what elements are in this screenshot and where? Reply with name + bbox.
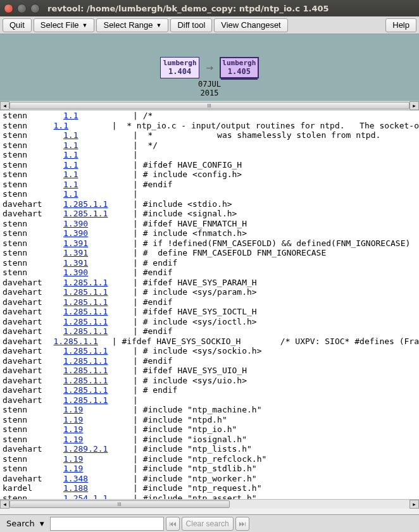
- revision-link[interactable]: 1.285.1.1: [63, 385, 108, 395]
- revision-link[interactable]: 1.1: [63, 140, 78, 150]
- revision-link[interactable]: 1.188: [63, 483, 88, 493]
- revision-link[interactable]: 1.285.1.1: [63, 307, 108, 316]
- revision-link[interactable]: 1.1: [63, 160, 78, 170]
- revision-link[interactable]: 1.1: [54, 121, 68, 130]
- line-revision: 1.391: [63, 238, 133, 249]
- revision-link[interactable]: 1.1: [63, 130, 78, 140]
- graph-horizontal-scrollbar[interactable]: ◂ ▸: [0, 101, 419, 110]
- revision-link[interactable]: 1.391: [63, 258, 88, 268]
- line-source: #include "ntp_machine.h": [143, 405, 262, 415]
- revision-link[interactable]: 1.285.1.1: [63, 278, 108, 287]
- revision-link[interactable]: 1.1: [63, 150, 78, 159]
- search-input[interactable]: [50, 517, 164, 531]
- revision-link[interactable]: 1.1: [63, 180, 78, 189]
- line-author: stenn: [0, 219, 63, 229]
- revision-link[interactable]: 1.285.1.1: [63, 326, 108, 336]
- revision-node-current[interactable]: lumbergh 1.405: [220, 57, 259, 78]
- line-revision: 1.1: [63, 111, 133, 121]
- code-line: davehart1.285.1.1| # include <sys/sockio…: [0, 346, 419, 356]
- code-line: stenn1.19| #include "ntp_machine.h": [0, 405, 419, 415]
- scroll-right-icon[interactable]: ▸: [410, 500, 419, 509]
- scroll-left-icon[interactable]: ◂: [0, 101, 9, 110]
- search-prev-button[interactable]: ⏮: [166, 517, 180, 531]
- revision-link[interactable]: 1.1: [63, 111, 78, 120]
- revision-link[interactable]: 1.1: [63, 189, 78, 199]
- maximize-icon[interactable]: [30, 4, 40, 13]
- help-button[interactable]: Help: [385, 18, 416, 32]
- code-horizontal-scrollbar[interactable]: ◂ ▸: [0, 499, 419, 509]
- line-separator: |: [133, 326, 143, 337]
- line-source: #include "ntp_request.h": [143, 483, 262, 493]
- scrollbar-track[interactable]: [9, 500, 410, 509]
- revision-link[interactable]: 1.285.1.1: [63, 395, 108, 405]
- line-source: #include "ntp_io.h": [143, 424, 237, 435]
- revision-link[interactable]: 1.348: [63, 474, 88, 483]
- revision-link[interactable]: 1.285.1.1: [63, 346, 108, 356]
- revision-link[interactable]: 1.19: [63, 424, 83, 434]
- line-separator: |: [133, 405, 143, 415]
- code-line: davehart1.285.1.1| # endif: [0, 385, 419, 395]
- line-source: * was shamelessly stolen from ntpd.: [143, 130, 381, 140]
- revision-link[interactable]: 1.19: [63, 405, 83, 414]
- revision-link[interactable]: 1.390: [63, 219, 88, 228]
- view-changeset-label: View Changeset: [221, 20, 280, 30]
- line-source: # include <config.h>: [143, 170, 242, 180]
- search-label[interactable]: Search ▼: [3, 519, 48, 528]
- line-revision: 1.285.1.1: [63, 395, 133, 405]
- line-separator: |: [133, 130, 143, 140]
- code-line: davehart1.285.1.1| #endif: [0, 297, 419, 307]
- line-revision: 1.391: [63, 258, 133, 268]
- revision-link[interactable]: 1.285.1.1: [63, 297, 108, 307]
- scroll-left-icon[interactable]: ◂: [0, 500, 9, 509]
- select-file-button[interactable]: Select File▼: [34, 18, 95, 32]
- diff-tool-button[interactable]: Diff tool: [170, 18, 212, 32]
- revision-link[interactable]: 1.19: [63, 415, 83, 424]
- view-changeset-button[interactable]: View Changeset: [214, 18, 287, 32]
- line-source: #endif: [143, 356, 173, 366]
- clear-search-button[interactable]: Clear search: [182, 517, 234, 531]
- revision-link[interactable]: 1.285.1.1: [63, 317, 108, 326]
- revision-link[interactable]: 1.1: [63, 170, 78, 179]
- line-source: # define FNM_CASEFOLD FNM_IGNORECASE: [143, 248, 327, 258]
- line-separator: |: [133, 424, 143, 435]
- line-separator: |: [133, 287, 143, 297]
- revision-link[interactable]: 1.285.1.1: [63, 209, 108, 218]
- line-source: #endif: [143, 326, 173, 337]
- revision-link[interactable]: 1.285.1.1: [63, 366, 108, 375]
- revision-date-label: 07JUL 2015: [198, 80, 221, 98]
- select-range-button[interactable]: Select Range▼: [96, 18, 168, 32]
- revision-link[interactable]: 1.19: [63, 464, 83, 473]
- scrollbar-thumb[interactable]: [9, 102, 410, 109]
- quit-button[interactable]: Quit: [3, 18, 32, 32]
- scrollbar-thumb[interactable]: [9, 500, 230, 508]
- revision-node-prev[interactable]: lumbergh 1.404: [160, 57, 199, 78]
- revision-link[interactable]: 1.391: [63, 248, 88, 257]
- revision-link[interactable]: 1.390: [63, 228, 88, 238]
- line-source: #include "ntpd.h": [143, 415, 227, 425]
- line-separator: |: [112, 337, 122, 347]
- revision-link[interactable]: 1.285.1.1: [63, 356, 108, 366]
- code-line: stenn1.391| # if !defined(FNM_CASEFOLD) …: [0, 238, 419, 249]
- line-separator: |: [133, 170, 143, 180]
- revision-link[interactable]: 1.391: [63, 238, 88, 248]
- revision-link[interactable]: 1.390: [63, 268, 88, 277]
- line-source: # if !defined(FNM_CASEFOLD) && defined(F…: [143, 238, 411, 249]
- line-separator: |: [133, 150, 143, 160]
- revision-link[interactable]: 1.285.1.1: [63, 287, 108, 297]
- minimize-icon[interactable]: [17, 4, 27, 13]
- code-line: davehart1.348| #include "ntp_worker.h": [0, 474, 419, 484]
- code-listing[interactable]: stenn1.1| /*stenn1.1| * ntp_io.c - input…: [0, 111, 419, 500]
- line-separator: |: [133, 297, 143, 307]
- revision-link[interactable]: 1.285.1.1: [54, 337, 98, 346]
- revision-link[interactable]: 1.285.1.1: [63, 199, 108, 209]
- revision-link[interactable]: 1.19: [63, 454, 83, 464]
- line-revision: 1.1: [54, 121, 112, 131]
- revision-link[interactable]: 1.285.1.1: [63, 376, 108, 385]
- search-next-button[interactable]: ⏭: [235, 517, 249, 531]
- revision-link[interactable]: 1.19: [63, 435, 83, 444]
- revision-link[interactable]: 1.289.2.1: [63, 444, 108, 454]
- scroll-right-icon[interactable]: ▸: [410, 101, 419, 110]
- chevron-down-icon: ▼: [40, 521, 44, 527]
- scrollbar-track[interactable]: [9, 101, 410, 110]
- close-icon[interactable]: [4, 4, 13, 13]
